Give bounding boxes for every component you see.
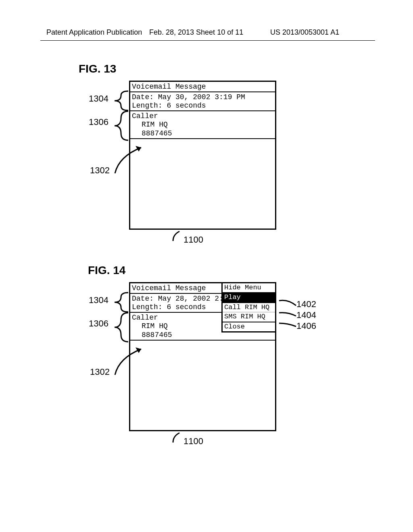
voicemail-title: Voicemail Message xyxy=(130,82,275,92)
ref-1304: 1304 xyxy=(89,94,108,104)
lead-1402-icon xyxy=(278,298,297,309)
header-right: US 2013/0053001 A1 xyxy=(270,28,339,37)
ref-1404: 1404 xyxy=(296,310,316,320)
ref-1302: 1302 xyxy=(90,165,110,176)
menu-sms[interactable]: SMS RIM HQ xyxy=(223,312,275,322)
hook-1100-icon xyxy=(171,231,184,244)
menu-hide[interactable]: Hide Menu xyxy=(223,283,275,293)
voicemail-info: Date: May 30, 2002 3:19 PM Length: 6 sec… xyxy=(130,92,275,111)
header-left: Patent Application Publication xyxy=(46,28,142,37)
caller-label: Caller xyxy=(132,112,158,120)
length-line: Length: 6 seconds xyxy=(132,303,206,311)
ref-1304: 1304 xyxy=(89,295,108,305)
length-line: Length: 6 seconds xyxy=(132,102,206,110)
ref-1100: 1100 xyxy=(184,436,203,447)
lead-1406-icon xyxy=(278,321,297,330)
brace-1304-icon xyxy=(113,90,129,113)
brace-1304-icon xyxy=(113,292,129,314)
caller-label: Caller xyxy=(132,314,158,322)
lead-1404-icon xyxy=(278,310,297,319)
menu-play[interactable]: Play xyxy=(223,293,275,303)
arrow-1302-icon xyxy=(113,346,153,380)
menu-close[interactable]: Close xyxy=(223,322,275,331)
context-menu: Hide Menu Play Call RIM HQ SMS RIM HQ Cl… xyxy=(221,282,276,332)
caller-section: Caller RIM HQ 8887465 xyxy=(130,111,275,139)
ref-1406: 1406 xyxy=(296,321,316,331)
brace-1306-icon xyxy=(113,110,129,143)
ref-1402: 1402 xyxy=(296,299,316,310)
hook-1100-icon xyxy=(171,432,184,446)
caller-number: 8887465 xyxy=(132,129,273,138)
figure-13-label: FIG. 13 xyxy=(79,62,116,75)
figure-14-label: FIG. 14 xyxy=(88,264,125,277)
ref-1306: 1306 xyxy=(89,318,108,329)
brace-1306-icon xyxy=(113,312,129,344)
menu-call[interactable]: Call RIM HQ xyxy=(223,303,275,312)
date-line: Date: May 28, 2002 2:2 xyxy=(132,295,228,303)
header-rule xyxy=(40,40,375,41)
date-line: Date: May 30, 2002 3:19 PM xyxy=(132,93,245,101)
ref-1306: 1306 xyxy=(89,117,108,127)
arrow-1302-icon xyxy=(113,144,153,178)
ref-1302: 1302 xyxy=(90,367,110,377)
header-mid: Feb. 28, 2013 Sheet 10 of 11 xyxy=(149,28,243,37)
caller-name: RIM HQ xyxy=(132,121,273,129)
ref-1100: 1100 xyxy=(184,235,203,245)
